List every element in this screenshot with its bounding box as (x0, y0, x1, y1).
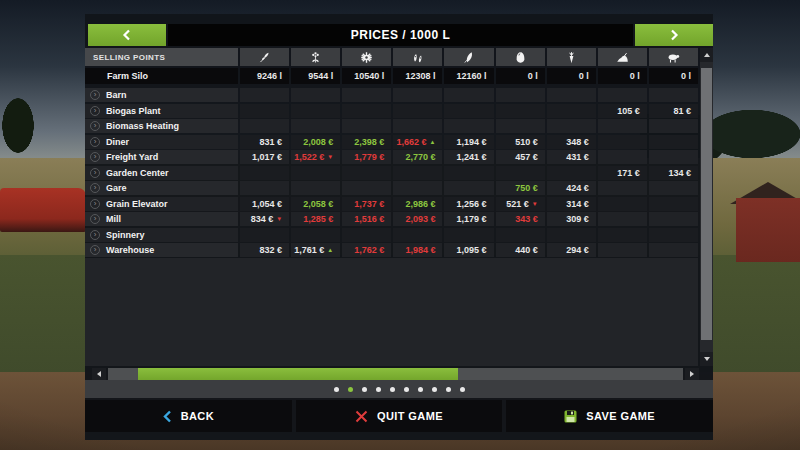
price-cell: 2,986 € (393, 197, 442, 211)
price-value: 294 € (566, 245, 589, 255)
scroll-up-button[interactable] (700, 48, 713, 62)
prev-page-button[interactable] (88, 24, 166, 46)
silo-amount: 12308 l (405, 71, 435, 81)
selling-point-name: Biogas Plant (106, 106, 161, 116)
selling-point-name-cell[interactable]: ›Gare (85, 181, 238, 195)
arrow-up-icon (704, 53, 710, 57)
expand-row-icon[interactable]: › (90, 199, 100, 209)
table-row[interactable]: ›Biomass Heating (85, 119, 698, 133)
expand-row-icon[interactable]: › (90, 90, 100, 100)
price-value: 81 € (673, 106, 691, 116)
selling-point-name-cell[interactable]: ›Garden Center (85, 166, 238, 180)
selling-point-name-cell[interactable]: ›Barn (85, 88, 238, 102)
selling-point-name-cell[interactable]: ›Diner (85, 135, 238, 149)
price-value: 1,516 € (354, 214, 384, 224)
scroll-left-button[interactable] (92, 368, 106, 380)
price-value: 171 € (617, 168, 640, 178)
selling-point-name-cell[interactable]: ›Biomass Heating (85, 119, 238, 133)
page-dot (460, 387, 465, 392)
silo-amount-cell: 0 l (649, 68, 698, 84)
page-dot-active (348, 387, 353, 392)
selling-point-name: Gare (106, 183, 127, 193)
table-row[interactable]: ›Garden Center171 €134 € (85, 166, 698, 180)
expand-row-icon[interactable]: › (90, 230, 100, 240)
table-row[interactable]: ›Barn (85, 88, 698, 102)
table-row[interactable]: ›Diner831 €2,008 €2,398 €1,662 €▲1,194 €… (85, 135, 698, 149)
price-cell: 343 € (496, 212, 545, 226)
table-row[interactable]: ›Grain Elevator1,054 €2,058 €1,737 €2,98… (85, 197, 698, 211)
price-cell (598, 135, 647, 149)
page-title: PRICES / 1000 L (351, 28, 451, 42)
selling-point-name-cell[interactable]: ›Mill (85, 212, 238, 226)
save-label: SAVE GAME (586, 410, 655, 422)
arrow-left-icon (97, 371, 101, 377)
price-cell (496, 88, 545, 102)
column-header-canola-icon (291, 48, 340, 66)
price-cell: 1,662 €▲ (393, 135, 442, 149)
quit-x-icon (355, 410, 368, 423)
selling-point-name: Biomass Heating (106, 121, 179, 131)
price-cell: 2,093 € (393, 212, 442, 226)
scroll-right-button[interactable] (685, 368, 699, 380)
canola-icon (309, 51, 322, 64)
scroll-down-button[interactable] (700, 352, 713, 366)
vertical-scrollbar[interactable] (700, 48, 713, 366)
table-row[interactable]: ›Freight Yard1,017 €1,522 €▼1,779 €2,770… (85, 150, 698, 164)
table-row[interactable]: ›Gare750 €424 € (85, 181, 698, 195)
price-cell: 750 € (496, 181, 545, 195)
farm-silo-label: Farm Silo (90, 71, 148, 81)
expand-row-icon[interactable]: › (90, 152, 100, 162)
table-row[interactable]: ›Biogas Plant105 €81 € (85, 104, 698, 118)
selling-point-name: Garden Center (106, 168, 169, 178)
silo-amount: 9246 l (257, 71, 282, 81)
price-cell: 431 € (547, 150, 596, 164)
horizontal-scroll-thumb[interactable] (138, 368, 458, 380)
selling-point-name-cell[interactable]: ›Grain Elevator (85, 197, 238, 211)
silo-amount: 0 l (630, 71, 640, 81)
table-row[interactable]: ›Spinnery (85, 228, 698, 242)
footer-buttons: BACK QUIT GAME SAVE GAME (85, 400, 713, 432)
price-cell: 134 € (649, 166, 698, 180)
table-row[interactable]: ›Mill834 €▼1,285 €1,516 €2,093 €1,179 €3… (85, 212, 698, 226)
price-cell (598, 243, 647, 257)
horizontal-scrollbar[interactable] (85, 368, 713, 380)
price-cell: 1,761 €▲ (291, 243, 340, 257)
price-value: 2,008 € (303, 137, 333, 147)
page-dot (404, 387, 409, 392)
column-header-manure-pile-icon (598, 48, 647, 66)
expand-row-icon[interactable]: › (90, 245, 100, 255)
selling-points-header: SELLING POINTS (85, 48, 238, 66)
silo-amount: 0 l (681, 71, 691, 81)
quit-game-button[interactable]: QUIT GAME (296, 400, 503, 432)
back-button[interactable]: BACK (85, 400, 292, 432)
price-cell: 521 €▼ (496, 197, 545, 211)
price-cell: 2,058 € (291, 197, 340, 211)
expand-row-icon[interactable]: › (90, 137, 100, 147)
selling-point-name-cell[interactable]: ›Warehouse (85, 243, 238, 257)
expand-row-icon[interactable]: › (90, 168, 100, 178)
silo-amount-cell: 12308 l (393, 68, 442, 84)
price-cell: 81 € (649, 104, 698, 118)
expand-row-icon[interactable]: › (90, 106, 100, 116)
table-row[interactable]: ›Warehouse832 €1,761 €▲1,762 €1,984 €1,0… (85, 243, 698, 257)
horizontal-scroll-track[interactable] (108, 368, 683, 380)
expand-row-icon[interactable]: › (90, 183, 100, 193)
price-value: 309 € (566, 214, 589, 224)
selling-point-name-cell[interactable]: ›Freight Yard (85, 150, 238, 164)
next-page-button[interactable] (635, 24, 713, 46)
expand-row-icon[interactable]: › (90, 121, 100, 131)
silo-amount: 12160 l (457, 71, 487, 81)
vertical-scroll-thumb[interactable] (701, 68, 712, 340)
price-cell (649, 228, 698, 242)
price-cell (393, 88, 442, 102)
price-value: 1,737 € (354, 199, 384, 209)
price-cell: 510 € (496, 135, 545, 149)
price-cell: 1,762 € (342, 243, 391, 257)
expand-row-icon[interactable]: › (90, 214, 100, 224)
save-game-button[interactable]: SAVE GAME (506, 400, 713, 432)
price-cell (393, 104, 442, 118)
selling-point-name-cell[interactable]: ›Biogas Plant (85, 104, 238, 118)
price-cell: 1,285 € (291, 212, 340, 226)
price-cell (342, 104, 391, 118)
selling-point-name-cell[interactable]: ›Spinnery (85, 228, 238, 242)
